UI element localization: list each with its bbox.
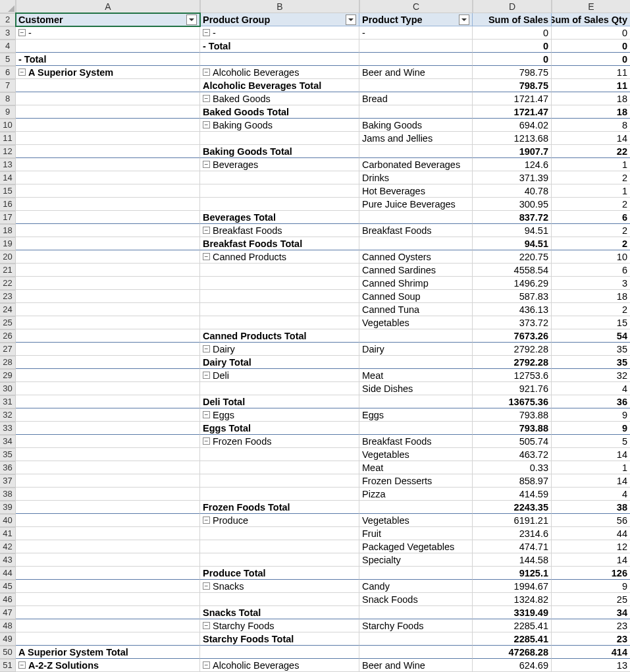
row-header[interactable]: 36 [0, 461, 16, 474]
cell-product-group[interactable]: Starchy Foods Total [200, 632, 359, 646]
cell-product-type[interactable]: Side Dishes [359, 382, 473, 395]
cell-product-type[interactable] [359, 501, 473, 514]
collapse-toggle-icon[interactable]: − [203, 95, 210, 102]
cell-sum-qty[interactable]: 6 [552, 264, 630, 277]
collapse-toggle-icon[interactable]: − [18, 69, 26, 76]
cell-product-group[interactable]: −Produce [200, 514, 359, 527]
cell-product-type[interactable]: Canned Oysters [359, 250, 473, 264]
cell-product-type[interactable]: Candy [359, 580, 473, 593]
cell-sum-qty[interactable]: 22 [552, 145, 630, 158]
cell-sum-qty[interactable]: 23 [552, 632, 630, 646]
collapse-toggle-icon[interactable]: − [203, 161, 210, 168]
cell-sum-qty[interactable]: 18 [552, 290, 630, 303]
row-header[interactable]: 24 [0, 303, 16, 316]
cell-customer[interactable] [16, 40, 200, 53]
cell-sum-qty[interactable]: 2 [552, 224, 630, 237]
cell-sum-sales[interactable]: 1324.82 [473, 593, 552, 606]
row-header[interactable]: 49 [0, 632, 16, 646]
cell-sum-sales[interactable]: 373.72 [473, 316, 552, 329]
row-header[interactable]: 42 [0, 540, 16, 553]
cell-sum-qty[interactable]: 34 [552, 606, 630, 619]
cell-sum-qty[interactable]: 36 [552, 395, 630, 408]
row-header[interactable]: 25 [0, 316, 16, 329]
cell-sum-sales[interactable]: 0.33 [473, 461, 552, 474]
pivot-header-customer[interactable]: Customer [16, 13, 200, 26]
cell-product-group[interactable]: Baking Goods Total [200, 145, 359, 158]
collapse-toggle-icon[interactable]: − [18, 661, 26, 669]
filter-dropdown-icon[interactable] [459, 14, 469, 25]
cell-sum-sales[interactable]: 1907.7 [473, 145, 552, 158]
cell-product-group[interactable] [200, 171, 359, 184]
row-header[interactable]: 11 [0, 132, 16, 145]
cell-sum-qty[interactable]: 13 [552, 659, 630, 672]
cell-product-type[interactable]: Fruit [359, 527, 473, 540]
row-header[interactable]: 18 [0, 224, 16, 237]
cell-product-group[interactable]: Baked Goods Total [200, 105, 359, 119]
cell-sum-qty[interactable]: 25 [552, 593, 630, 606]
cell-sum-qty[interactable]: 14 [552, 448, 630, 461]
cell-customer[interactable] [16, 408, 200, 422]
cell-customer[interactable] [16, 369, 200, 382]
cell-sum-qty[interactable]: 8 [552, 119, 630, 132]
row-header[interactable]: 47 [0, 606, 16, 619]
row-header[interactable]: 7 [0, 79, 16, 92]
cell-customer[interactable] [16, 356, 200, 369]
cell-product-group[interactable]: −- [200, 26, 359, 40]
cell-sum-sales[interactable]: 798.75 [473, 79, 552, 92]
cell-product-type[interactable] [359, 567, 473, 580]
cell-sum-sales[interactable]: 0 [473, 53, 552, 66]
row-header[interactable]: 16 [0, 198, 16, 211]
pivot-header-sum-qty[interactable]: Sum of Sales Qty [552, 13, 630, 26]
cell-sum-sales[interactable]: 47268.28 [473, 646, 552, 659]
cell-sum-qty[interactable]: 1 [552, 184, 630, 198]
cell-sum-qty[interactable]: 12 [552, 540, 630, 553]
row-header[interactable]: 34 [0, 435, 16, 448]
cell-sum-qty[interactable]: 2 [552, 303, 630, 316]
cell-sum-sales[interactable]: 2285.41 [473, 619, 552, 632]
cell-sum-qty[interactable]: 9 [552, 408, 630, 422]
cell-product-group[interactable] [200, 264, 359, 277]
cell-sum-sales[interactable]: 414.59 [473, 488, 552, 501]
cell-customer[interactable] [16, 488, 200, 501]
row-header[interactable]: 32 [0, 408, 16, 422]
cell-sum-qty[interactable]: 2 [552, 171, 630, 184]
row-header[interactable]: 39 [0, 501, 16, 514]
cell-product-type[interactable]: Beer and Wine [359, 659, 473, 672]
cell-product-group[interactable]: Produce Total [200, 567, 359, 580]
col-header-c[interactable]: C [359, 0, 473, 13]
cell-product-group[interactable]: −Deli [200, 369, 359, 382]
cell-sum-sales[interactable]: 6191.21 [473, 514, 552, 527]
filter-dropdown-icon[interactable] [346, 14, 356, 25]
cell-product-group[interactable] [200, 184, 359, 198]
col-header-b[interactable]: B [200, 0, 359, 13]
cell-product-group[interactable]: Frozen Foods Total [200, 501, 359, 514]
select-all-corner[interactable] [0, 0, 16, 13]
cell-sum-qty[interactable]: 126 [552, 567, 630, 580]
cell-customer[interactable] [16, 264, 200, 277]
cell-sum-sales[interactable]: 837.72 [473, 211, 552, 224]
cell-sum-sales[interactable]: 1994.67 [473, 580, 552, 593]
pivot-header-product-group[interactable]: Product Group [200, 13, 359, 26]
cell-product-type[interactable]: Baking Goods [359, 119, 473, 132]
collapse-toggle-icon[interactable]: − [203, 345, 210, 352]
cell-customer[interactable] [16, 198, 200, 211]
cell-sum-sales[interactable]: 2792.28 [473, 356, 552, 369]
cell-sum-sales[interactable]: 436.13 [473, 303, 552, 316]
cell-sum-sales[interactable]: 3319.49 [473, 606, 552, 619]
cell-product-type[interactable]: Canned Sardines [359, 264, 473, 277]
cell-customer[interactable] [16, 119, 200, 132]
cell-sum-sales[interactable]: 12753.6 [473, 369, 552, 382]
cell-customer[interactable] [16, 277, 200, 290]
cell-customer[interactable] [16, 382, 200, 395]
cell-product-group[interactable] [200, 553, 359, 567]
cell-product-group[interactable]: Alcoholic Beverages Total [200, 79, 359, 92]
cell-product-type[interactable]: Vegetables [359, 448, 473, 461]
cell-customer[interactable]: −A Superior System [16, 66, 200, 79]
cell-sum-qty[interactable]: 23 [552, 619, 630, 632]
cell-sum-qty[interactable]: 0 [552, 40, 630, 53]
cell-customer[interactable] [16, 422, 200, 435]
cell-product-type[interactable] [359, 356, 473, 369]
cell-sum-qty[interactable]: 414 [552, 646, 630, 659]
cell-sum-qty[interactable]: 18 [552, 92, 630, 105]
cell-product-group[interactable]: −Baked Goods [200, 92, 359, 105]
